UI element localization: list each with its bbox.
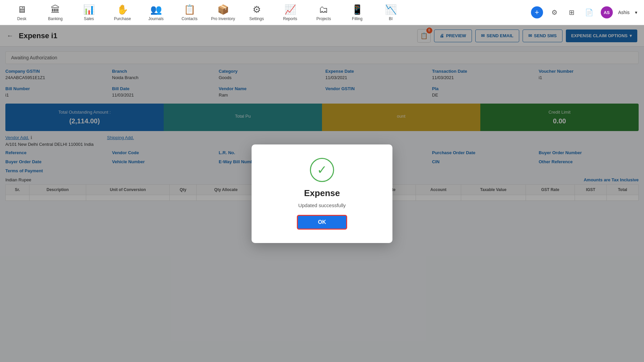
username-label[interactable]: Ashis [618,10,630,15]
user-avatar[interactable]: AS [601,6,613,18]
grid-icon[interactable]: ⊞ [566,6,578,18]
nav-settings-label: Settings [249,16,264,21]
contacts-icon: 📋 [184,4,196,15]
nav-settings[interactable]: ⚙ Settings [241,2,272,23]
nav-banking[interactable]: 🏛 Banking [40,2,70,23]
nav-pro-inventory-label: Pro Inventory [211,16,235,21]
nav-journals[interactable]: 👥 Journals [141,2,171,23]
filling-icon: 📱 [352,4,363,15]
nav-purchase[interactable]: ✋ Purchase [107,2,138,23]
desk-icon: 🖥 [17,4,26,15]
bi-icon: 📉 [385,4,397,15]
nav-projects-label: Projects [316,16,331,21]
modal-message: Updated successfully [298,202,346,208]
pro-inventory-icon: 📦 [217,4,229,15]
checkmark-icon: ✓ [317,163,327,177]
document-icon[interactable]: 📄 [583,6,595,18]
nav-projects[interactable]: 🗂 Projects [309,2,339,23]
nav-banking-label: Banking [48,16,62,21]
nav-reports-label: Reports [283,16,297,21]
nav-sales[interactable]: 📊 Sales [74,2,104,23]
reports-icon: 📈 [284,4,296,15]
purchase-icon: ✋ [117,4,128,15]
nav-filling-label: Filling [352,16,362,21]
content-area: ← Expense i1 📋 0 🖨 PREVIEW ✉ SEND EMAIL … [0,25,644,362]
banking-icon: 🏛 [51,4,60,15]
journals-icon: 👥 [150,4,162,15]
nav-contacts[interactable]: 📋 Contacts [174,2,205,23]
gear-icon[interactable]: ⚙ [548,6,560,18]
nav-desk[interactable]: 🖥 Desk [7,2,37,23]
nav-bi[interactable]: 📉 BI [376,2,406,23]
nav-filling[interactable]: 📱 Filling [342,2,372,23]
success-icon-circle: ✓ [310,158,334,182]
projects-icon: 🗂 [319,4,328,15]
nav-journals-label: Journals [148,16,163,21]
nav-contacts-label: Contacts [181,16,197,21]
nav-desk-label: Desk [17,16,26,21]
nav-bi-label: BI [389,16,392,21]
nav-reports[interactable]: 📈 Reports [275,2,305,23]
nav-sales-label: Sales [84,16,94,21]
success-modal: ✓ Expense Updated successfully OK [252,144,392,243]
modal-ok-button[interactable]: OK [297,215,347,230]
username-dropdown-icon[interactable]: ▾ [635,10,637,15]
top-navigation: 🖥 Desk 🏛 Banking 📊 Sales ✋ Purchase 👥 Jo… [0,0,644,25]
modal-title: Expense [304,188,340,198]
nav-purchase-label: Purchase [114,16,131,21]
add-button[interactable]: + [531,6,543,18]
settings-icon: ⚙ [253,4,261,15]
sales-icon: 📊 [83,4,95,15]
nav-right-area: + ⚙ ⊞ 📄 AS Ashis ▾ [531,6,637,18]
nav-pro-inventory[interactable]: 📦 Pro Inventory [208,2,238,23]
modal-overlay: ✓ Expense Updated successfully OK [0,25,644,362]
